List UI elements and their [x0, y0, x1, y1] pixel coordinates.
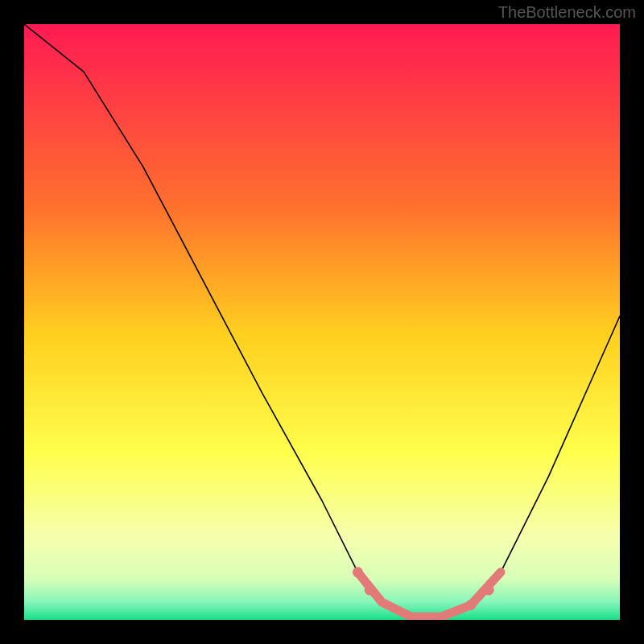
watermark-text: TheBottleneck.com [498, 3, 636, 22]
chart-background [24, 24, 620, 620]
marker-2 [466, 600, 477, 610]
chart-plot [24, 24, 620, 620]
chart-frame: TheBottleneck.com [0, 0, 644, 644]
marker-3 [484, 585, 494, 596]
marker-0 [353, 567, 363, 577]
marker-1 [365, 585, 375, 596]
